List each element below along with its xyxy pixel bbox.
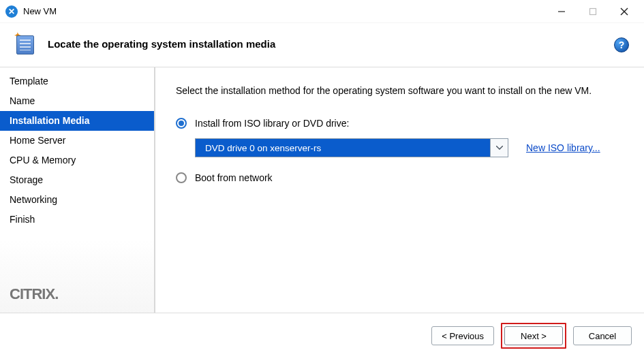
citrix-brand: CITRIX. <box>0 277 154 313</box>
dropdown-value: DVD drive 0 on xenserver-rs <box>196 139 490 157</box>
minimize-button[interactable] <box>546 1 577 22</box>
step-name[interactable]: Name <box>0 91 154 111</box>
step-template[interactable]: Template <box>0 72 154 91</box>
step-cpu-memory[interactable]: CPU & Memory <box>0 151 154 170</box>
cancel-button[interactable]: Cancel <box>573 326 632 345</box>
content-panel: Select the installation method for the o… <box>155 67 644 313</box>
radio-icon <box>176 118 187 129</box>
wizard-sidebar: Template Name Installation Media Home Se… <box>0 67 155 313</box>
help-button[interactable]: ? <box>614 37 629 52</box>
next-button-highlight: Next > <box>501 323 566 349</box>
step-home-server[interactable]: Home Server <box>0 131 154 151</box>
footer-bar: < Previous Next > Cancel <box>0 313 644 358</box>
option-boot-network[interactable]: Boot from network <box>176 172 624 183</box>
step-storage[interactable]: Storage <box>0 170 154 190</box>
svg-rect-1 <box>590 8 596 14</box>
option-boot-network-label: Boot from network <box>195 172 273 183</box>
body-area: Template Name Installation Media Home Se… <box>0 67 644 313</box>
option-install-iso-label: Install from ISO library or DVD drive: <box>195 118 349 129</box>
next-button[interactable]: Next > <box>504 326 563 345</box>
title-bar: ✕ New VM <box>0 0 644 23</box>
wizard-steps: Template Name Installation Media Home Se… <box>0 67 154 277</box>
page-title: Locate the operating system installation… <box>48 38 275 50</box>
close-button[interactable] <box>609 1 640 22</box>
window-title: New VM <box>23 6 57 16</box>
previous-button[interactable]: < Previous <box>431 326 494 345</box>
step-networking[interactable]: Networking <box>0 190 154 210</box>
radio-icon <box>176 172 187 183</box>
wizard-icon: ✦ <box>15 33 37 54</box>
maximize-button <box>577 1 609 22</box>
chevron-down-icon <box>490 139 508 157</box>
instruction-text: Select the installation method for the o… <box>176 85 624 96</box>
new-iso-library-link[interactable]: New ISO library... <box>526 142 600 153</box>
app-icon: ✕ <box>5 5 18 18</box>
iso-source-dropdown[interactable]: DVD drive 0 on xenserver-rs <box>195 138 508 157</box>
option-install-iso[interactable]: Install from ISO library or DVD drive: <box>176 118 624 129</box>
step-finish[interactable]: Finish <box>0 210 154 230</box>
header-banner: ✦ Locate the operating system installati… <box>0 23 644 67</box>
step-installation-media[interactable]: Installation Media <box>0 111 154 131</box>
